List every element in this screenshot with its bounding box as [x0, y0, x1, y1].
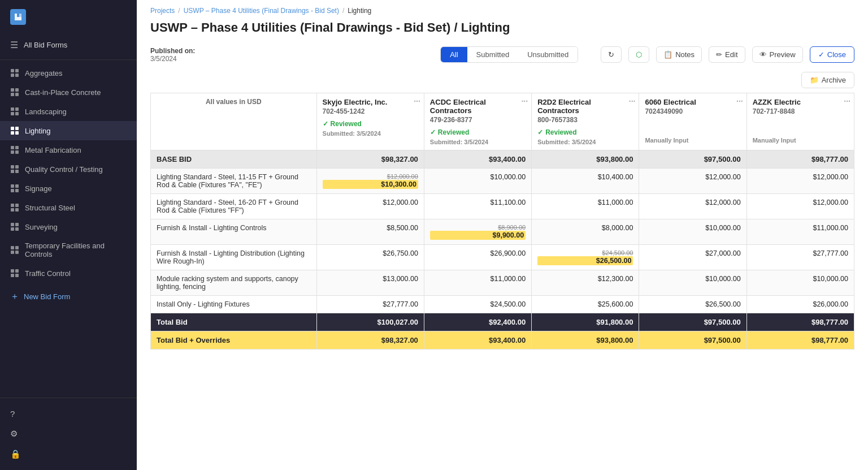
- edit-label: Edit: [725, 50, 737, 59]
- normal-value: $12,300.00: [598, 275, 633, 283]
- row-4-col-0: $13,000.00: [316, 270, 424, 296]
- total-overrides-value-0: $98,327.00: [316, 331, 424, 350]
- sidebar-item-quality-control-testing[interactable]: Quality Control / Testing: [0, 159, 137, 179]
- vendor-menu-3[interactable]: ···: [736, 97, 743, 106]
- vendor-phone-2: 800-7657383: [537, 116, 633, 124]
- normal-value: $11,100.00: [491, 199, 526, 206]
- normal-value: $12,000.00: [705, 173, 741, 181]
- main-content: Projects / USWP – Phase 4 Utilities (Fin…: [137, 0, 868, 470]
- new-bid-form-button[interactable]: ＋ New Bid Form: [0, 285, 137, 308]
- normal-value: $27,777.00: [813, 249, 848, 257]
- sidebar-item-traffic-control[interactable]: Traffic Control: [0, 264, 137, 283]
- row-3-col-3: $27,000.00: [639, 245, 747, 270]
- row-4-col-3: $10,000.00: [639, 270, 747, 296]
- sidebar-all-forms[interactable]: ☰ All Bid Forms: [0, 34, 137, 56]
- export-button[interactable]: ⬡: [628, 46, 649, 63]
- vendor-header-3: ···6060 Electrical7024349090Manually Inp…: [639, 93, 747, 150]
- normal-value: $11,000.00: [813, 224, 848, 232]
- filter-all-button[interactable]: All: [441, 47, 467, 62]
- sidebar-item-metal-fabrication[interactable]: Metal Fabrication: [0, 140, 137, 159]
- notes-button[interactable]: 📋 Notes: [656, 46, 702, 63]
- svg-rect-22: [15, 165, 19, 169]
- svg-rect-23: [11, 170, 14, 173]
- published-date: 3/5/2024: [150, 55, 177, 63]
- sidebar-item-aggregates[interactable]: Aggregates: [0, 63, 137, 83]
- row-label-0: Lighting Standard - Steel, 11-15 FT + Gr…: [151, 169, 317, 194]
- vendor-phone-0: 702-455-1242: [323, 107, 418, 115]
- filter-submitted-button[interactable]: Submitted: [467, 47, 519, 62]
- sidebar-item-temporary-facilities[interactable]: Temporary Facilities and Controls: [0, 236, 137, 264]
- grid-icon: [10, 245, 19, 255]
- total-bid-label: Total Bid: [151, 313, 317, 331]
- vendor-menu-2[interactable]: ···: [629, 97, 636, 106]
- svg-rect-36: [15, 227, 19, 231]
- sidebar: ☰ All Bid Forms Aggregates Cast-in-Place…: [0, 0, 137, 470]
- bid-table: All values in USD ···Skyjo Electric, Inc…: [150, 93, 854, 350]
- vendor-phone-3: 7024349090: [645, 107, 740, 115]
- sidebar-item-lighting[interactable]: Lighting: [0, 121, 137, 140]
- label-header-cell: All values in USD: [151, 93, 317, 150]
- sidebar-item-surveying[interactable]: Surveying: [0, 217, 137, 236]
- archive-button[interactable]: 📁 Archive: [801, 72, 854, 88]
- highlight-value: $10,300.00: [323, 180, 418, 189]
- table-row-3: Furnish & Install - Lighting Distributio…: [151, 245, 854, 270]
- vendor-header-2: ···R2D2 Electrical Contractors800-765738…: [532, 93, 639, 150]
- settings-icon: ⚙: [10, 429, 18, 439]
- svg-rect-2: [15, 69, 19, 72]
- row-1-col-0: $12,000.00: [316, 194, 424, 219]
- normal-value: $8,000.00: [602, 224, 633, 232]
- normal-value: $26,000.00: [813, 300, 848, 308]
- sidebar-item-cast-in-place-concrete[interactable]: Cast-in-Place Concrete: [0, 83, 137, 102]
- breadcrumb-projects[interactable]: Projects: [150, 7, 175, 15]
- highlight-value: $9,900.00: [430, 231, 526, 240]
- svg-rect-42: [15, 269, 19, 273]
- archive-row: 📁 Archive: [137, 68, 868, 93]
- filter-unsubmitted-button[interactable]: Unsubmitted: [518, 47, 578, 62]
- refresh-button[interactable]: ↻: [601, 46, 622, 63]
- normal-value: $11,000.00: [491, 275, 526, 283]
- base-bid-label: BASE BID: [151, 150, 317, 169]
- lock-icon: 🔒: [10, 449, 21, 459]
- row-0-col-4: $12,000.00: [747, 169, 854, 194]
- total-overrides-row: Total Bid + Overrides$98,327.00$93,400.0…: [151, 331, 854, 350]
- close-button[interactable]: ✓ Close: [810, 46, 854, 63]
- vendor-submitted-2: Submitted: 3/5/2024: [537, 139, 633, 145]
- sidebar-item-label: Metal Fabrication: [25, 146, 81, 154]
- sidebar-item-structural-steel[interactable]: Structural Steel: [0, 198, 137, 217]
- row-4-col-4: $10,000.00: [747, 270, 854, 296]
- edit-button[interactable]: ✏ Edit: [709, 46, 745, 63]
- help-button[interactable]: ?: [0, 404, 137, 424]
- svg-rect-38: [15, 246, 19, 249]
- sidebar-item-landscaping[interactable]: Landscaping: [0, 102, 137, 121]
- breadcrumb-project[interactable]: USWP – Phase 4 Utilities (Final Drawings…: [184, 7, 339, 15]
- vendor-menu-4[interactable]: ···: [844, 97, 850, 106]
- vendor-menu-1[interactable]: ···: [521, 97, 528, 106]
- normal-value: $12,000.00: [813, 173, 848, 181]
- archive-label: Archive: [822, 76, 846, 84]
- normal-value: $11,000.00: [598, 199, 633, 206]
- vendor-menu-0[interactable]: ···: [414, 97, 420, 106]
- normal-value: $12,000.00: [813, 199, 848, 206]
- vendor-name-1: ACDC Electrical Contractors: [430, 98, 526, 115]
- grid-icon: [10, 184, 19, 193]
- sidebar-item-label: Cast-in-Place Concrete: [25, 88, 101, 97]
- svg-rect-1: [11, 69, 14, 72]
- row-label-4: Module racking system and supports, cano…: [151, 270, 317, 296]
- total-overrides-value-2: $93,800.00: [532, 331, 639, 350]
- preview-button[interactable]: 👁 Preview: [752, 46, 803, 63]
- normal-value: $26,500.00: [705, 300, 741, 308]
- svg-rect-3: [11, 74, 14, 77]
- settings-button[interactable]: ⚙: [0, 424, 137, 444]
- grid-icon: [10, 107, 19, 116]
- lock-button[interactable]: 🔒: [0, 444, 137, 464]
- sidebar-item-signage[interactable]: Signage: [0, 179, 137, 198]
- base-bid-value-3: $97,500.00: [639, 150, 747, 169]
- row-4-col-1: $11,000.00: [424, 270, 531, 296]
- table-container[interactable]: All values in USD ···Skyjo Electric, Inc…: [137, 93, 868, 470]
- published-info: Published on: 3/5/2024: [150, 47, 195, 63]
- svg-rect-43: [11, 274, 14, 277]
- sidebar-item-label: Traffic Control: [25, 269, 71, 278]
- table-body: BASE BID$98,327.00$93,400.00$93,800.00$9…: [151, 150, 854, 350]
- svg-rect-24: [15, 170, 19, 173]
- svg-rect-5: [11, 88, 14, 92]
